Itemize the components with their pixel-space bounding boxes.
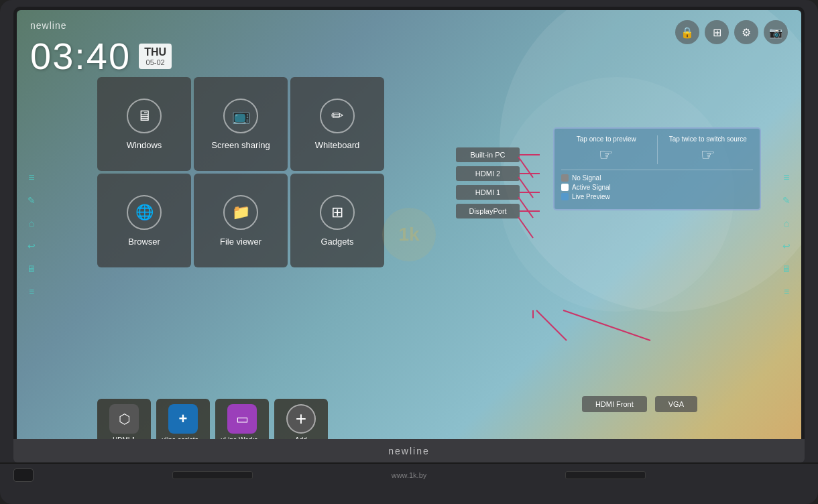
svg-line-3 [518,217,533,238]
screen-brand: newline [388,446,429,456]
sidebar-left-more[interactable]: ≡ [22,282,41,301]
windows-label: Windows [127,140,162,150]
legend-no-signal: No Signal [561,174,753,182]
active-signal-label: Active Signal [572,184,611,191]
hdmi1-source-button[interactable]: HDMI 1 [456,185,520,200]
sidebar-right-home[interactable]: ⌂ [777,214,796,233]
source-legend: No Signal Active Signal Live Preview [561,170,753,200]
sidebar-right-screen[interactable]: 🖥 [777,259,796,278]
gadgets-label: Gadgets [320,237,353,247]
clock-display: 03:40 [30,34,131,78]
gadgets-icon: ⊞ [320,195,355,230]
legend-active-signal: Active Signal [561,184,753,191]
file-viewer-icon: 📁 [223,195,258,230]
date-display: 05-02 [144,58,166,66]
speaker [172,471,253,479]
base-url: www.1k.by [392,471,427,479]
brand-logo: newline [30,20,172,31]
watermark: 1k [382,208,436,261]
display-icon[interactable]: ⊞ [705,20,729,44]
no-signal-dot [561,174,569,182]
vline-assist-icon: + [168,404,198,434]
whiteboard-icon: ✏ [320,99,355,133]
browser-icon: 🌐 [127,195,162,230]
webcam [13,468,34,482]
no-signal-label: No Signal [572,174,601,182]
settings-icon[interactable]: ⚙ [734,20,758,44]
speaker-right [565,471,646,479]
live-preview-label: Live Preview [572,193,610,200]
hdmi2-row: HDMI 2 [456,166,540,181]
sidebar-right-annotate[interactable]: ✎ [777,191,796,210]
sidebar-left-menu[interactable]: ≡ [22,168,41,187]
header-icon-group: 🔒 ⊞ ⚙ 📷 [675,20,788,44]
live-preview-dot [561,193,569,200]
lock-icon[interactable]: 🔒 [675,20,699,44]
tap-twice-hand-icon: ☞ [701,145,715,164]
svg-line-5 [563,310,650,340]
builtin-pc-button[interactable]: Built-in PC [456,147,520,162]
sidebar-right-menu[interactable]: ≡ [777,168,796,187]
sidebar-left-annotate[interactable]: ✎ [22,191,41,210]
add-icon: + [286,404,316,434]
builtin-pc-row: Built-in PC [456,147,540,162]
app-grid: 🖥 Windows 📺 Screen sharing ✏ Whiteboard … [97,77,384,267]
grid-item-whiteboard[interactable]: ✏ Whiteboard [290,77,384,171]
source-selector: Built-in PC HDMI 2 HDMI 1 DisplayPort [456,147,540,218]
displayport-button[interactable]: DisplayPort [456,204,520,218]
file-viewer-label: File viewer [220,237,261,247]
left-sidebar: ≡ ✎ ⌂ ↩ 🖥 ≡ [22,168,41,301]
tap-once-hand-icon: ☞ [599,145,614,164]
screen-sharing-label: Screen sharing [211,140,270,150]
vga-button[interactable]: VGA [655,396,697,412]
grid-item-windows[interactable]: 🖥 Windows [97,77,191,171]
main-screen: newline 03:40 THU 05-02 🔒 ⊞ ⚙ 📷 [17,10,801,459]
svg-line-4 [536,310,567,340]
monitor-base: www.1k.by [0,462,818,486]
right-sidebar: ≡ ✎ ⌂ ↩ 🖥 ≡ [777,168,796,301]
screen-sharing-icon: 📺 [223,99,258,133]
hdmi2-button[interactable]: HDMI 2 [456,166,520,181]
displayport-row: DisplayPort [456,204,540,218]
camera-icon[interactable]: 📷 [764,20,788,44]
sidebar-right-back[interactable]: ↩ [777,237,796,255]
legend-live-preview: Live Preview [561,193,753,200]
grid-item-browser[interactable]: 🌐 Browser [97,174,191,267]
sidebar-left-home[interactable]: ⌂ [22,214,41,233]
bottom-source-buttons: HDMI Front VGA [582,396,697,412]
browser-label: Browser [128,237,160,247]
hdmi-front-button[interactable]: HDMI Front [582,396,647,412]
day-display: THU [144,46,166,58]
grid-item-gadgets[interactable]: ⊞ Gadgets [290,174,384,267]
tap-once-text: Tap once to preview [577,135,636,143]
hdmi1-row: HDMI 1 [456,185,540,200]
grid-item-file-viewer[interactable]: 📁 File viewer [194,174,288,267]
sidebar-right-more[interactable]: ≡ [777,282,796,301]
tap-twice-text: Tap twice to switch source [669,135,747,143]
sidebar-left-screen[interactable]: 🖥 [22,259,41,278]
active-signal-dot [561,184,569,191]
grid-item-screen-sharing[interactable]: 📺 Screen sharing [194,77,288,171]
hdmi1-icon: ⬡ [109,404,139,434]
whiteboard-label: Whiteboard [315,140,359,150]
windows-icon: 🖥 [127,99,162,133]
vline-works-icon: ▭ [227,404,257,434]
preview-panel: Tap once to preview ☞ Tap twice to switc… [553,127,761,210]
sidebar-left-back[interactable]: ↩ [22,237,41,255]
